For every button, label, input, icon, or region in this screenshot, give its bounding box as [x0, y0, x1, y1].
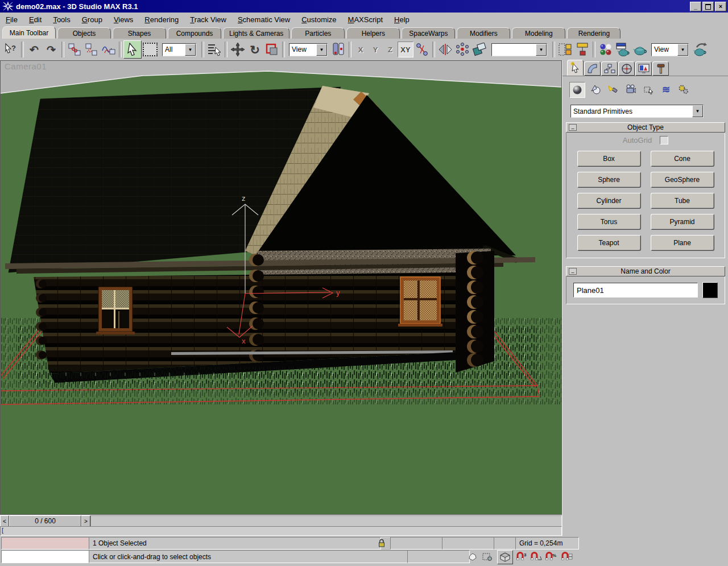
- close-button[interactable]: ×: [715, 2, 726, 11]
- tab-utilities[interactable]: [652, 61, 669, 76]
- render-scene-button[interactable]: [614, 41, 631, 58]
- tab-spacewarps[interactable]: Helpers: [346, 27, 400, 39]
- angle-snap-button[interactable]: [530, 551, 543, 563]
- category-cameras-button[interactable]: [623, 82, 638, 97]
- select-by-name-button[interactable]: [206, 41, 223, 58]
- box-button[interactable]: Box: [577, 151, 641, 167]
- tube-button[interactable]: Tube: [651, 193, 714, 209]
- material-editor-button[interactable]: [597, 41, 614, 58]
- menu-edit[interactable]: Edit: [23, 14, 47, 26]
- quick-render-button[interactable]: [631, 41, 648, 58]
- mirror-button[interactable]: [437, 41, 454, 58]
- restrict-xy-plane-button[interactable]: XY: [398, 42, 413, 57]
- tab-particles[interactable]: Particles: [291, 27, 345, 39]
- cylinder-button[interactable]: Cylinder: [577, 193, 641, 209]
- category-lights-button[interactable]: [606, 82, 621, 97]
- menu-file[interactable]: File: [0, 14, 23, 26]
- category-spacewarps-button[interactable]: ≋: [659, 82, 673, 97]
- select-and-scale-button[interactable]: [263, 41, 280, 58]
- restore-button[interactable]: [702, 2, 714, 11]
- cone-button[interactable]: Cone: [651, 151, 714, 167]
- unlink-button[interactable]: [83, 41, 100, 58]
- category-shapes-button[interactable]: [588, 82, 603, 97]
- help-mode-button[interactable]: ?: [2, 41, 19, 58]
- undo-button[interactable]: ↶: [26, 41, 43, 58]
- tab-modeling[interactable]: Modifiers: [457, 27, 510, 39]
- time-next-button[interactable]: >: [81, 515, 90, 527]
- crossing-selection-toggle[interactable]: [466, 551, 479, 563]
- render-type-dropdown[interactable]: View ▼: [651, 43, 689, 56]
- maxscript-mini-listener-pink[interactable]: [1, 537, 93, 550]
- array-button[interactable]: [454, 41, 471, 58]
- camera-viewport[interactable]: z y x: [0, 60, 562, 515]
- window-region-toggle[interactable]: [481, 551, 494, 563]
- coord-y-field[interactable]: [442, 537, 499, 550]
- tab-hierarchy[interactable]: [601, 61, 618, 76]
- menu-rendering[interactable]: Rendering: [139, 14, 184, 26]
- teapot-button[interactable]: Teapot: [577, 235, 641, 251]
- chevron-down-icon[interactable]: ▼: [536, 44, 547, 56]
- degradation-override-button[interactable]: [497, 550, 513, 564]
- selection-filter-dropdown[interactable]: All ▼: [162, 43, 196, 56]
- object-color-swatch[interactable]: [702, 282, 718, 298]
- torus-button[interactable]: Torus: [577, 214, 641, 230]
- viewport-label[interactable]: Camera01: [5, 61, 47, 71]
- tab-main-toolbar[interactable]: Main Toolbar: [2, 26, 56, 39]
- select-object-button[interactable]: [123, 40, 142, 59]
- restrict-y-button[interactable]: Y: [368, 42, 383, 57]
- time-slider-thumb[interactable]: 0 / 600: [9, 515, 81, 527]
- named-selection-dropdown[interactable]: ▼: [491, 43, 547, 56]
- title-bar[interactable]: demo02.max - 3D Studio MAX R3.1 _ ×: [0, 0, 728, 13]
- bind-to-spacewarp-button[interactable]: [100, 41, 117, 58]
- menu-views[interactable]: Views: [108, 14, 139, 26]
- menu-schematic-view[interactable]: Schematic View: [232, 14, 296, 26]
- track-bar[interactable]: [: [0, 526, 562, 536]
- menu-help[interactable]: Help: [388, 14, 415, 26]
- menu-maxscript[interactable]: MAXScript: [342, 14, 388, 26]
- tab-motion[interactable]: [618, 61, 635, 76]
- chevron-down-icon[interactable]: ▼: [677, 44, 688, 56]
- tab-lights-cameras[interactable]: Lights & Cameras: [223, 27, 289, 39]
- object-type-rollout-header[interactable]: _ Object Type: [566, 122, 725, 133]
- menu-track-view[interactable]: Track View: [184, 14, 232, 26]
- ik-toggle-button[interactable]: [413, 41, 431, 58]
- tab-objects[interactable]: Objects: [57, 27, 111, 39]
- render-last-button[interactable]: [692, 41, 709, 58]
- object-name-field[interactable]: [573, 283, 698, 298]
- chevron-down-icon[interactable]: ▼: [316, 44, 327, 56]
- geosphere-button[interactable]: GeoSphere: [651, 172, 714, 188]
- percent-snap-button[interactable]: %: [545, 551, 557, 563]
- tab-rendering[interactable]: Modeling: [512, 27, 565, 39]
- selection-region-button[interactable]: [142, 41, 159, 58]
- maxscript-mini-listener-white[interactable]: [1, 550, 93, 563]
- time-slider-track[interactable]: [90, 515, 562, 527]
- coord-x-field[interactable]: [390, 537, 447, 550]
- menu-customize[interactable]: Customize: [296, 14, 342, 26]
- category-geometry-button[interactable]: [569, 82, 585, 98]
- tab-compounds[interactable]: Compounds: [168, 27, 221, 39]
- spinner-snap-button[interactable]: [561, 551, 573, 563]
- selection-lock-toggle[interactable]: [375, 537, 388, 549]
- menu-tools[interactable]: Tools: [47, 14, 76, 26]
- tab-rendering2[interactable]: Rendering: [567, 27, 621, 39]
- select-and-move-button[interactable]: [229, 41, 246, 58]
- select-and-rotate-button[interactable]: ↻: [246, 41, 263, 58]
- tab-modify[interactable]: [584, 61, 601, 76]
- name-color-rollout-header[interactable]: _ Name and Color: [566, 266, 725, 276]
- primitive-category-dropdown[interactable]: Standard Primitives ▼: [570, 105, 704, 118]
- category-systems-button[interactable]: [676, 82, 691, 97]
- plane-button[interactable]: Plane: [651, 235, 714, 251]
- open-track-view-button[interactable]: [557, 41, 574, 58]
- time-prev-button[interactable]: <: [0, 515, 9, 527]
- restrict-x-button[interactable]: X: [353, 42, 368, 57]
- chevron-down-icon[interactable]: ▼: [692, 105, 703, 117]
- align-button[interactable]: [471, 41, 488, 58]
- reference-coordinate-dropdown[interactable]: View ▼: [289, 43, 328, 56]
- category-helpers-button[interactable]: [641, 82, 656, 97]
- snap-toggle-3d-button[interactable]: 3: [515, 551, 528, 563]
- restrict-z-button[interactable]: Z: [383, 42, 398, 57]
- tab-shapes[interactable]: Shapes: [113, 27, 166, 39]
- tab-modifiers[interactable]: SpaceWarps: [402, 27, 455, 39]
- menu-group[interactable]: Group: [76, 14, 108, 26]
- pyramid-button[interactable]: Pyramid: [651, 214, 714, 230]
